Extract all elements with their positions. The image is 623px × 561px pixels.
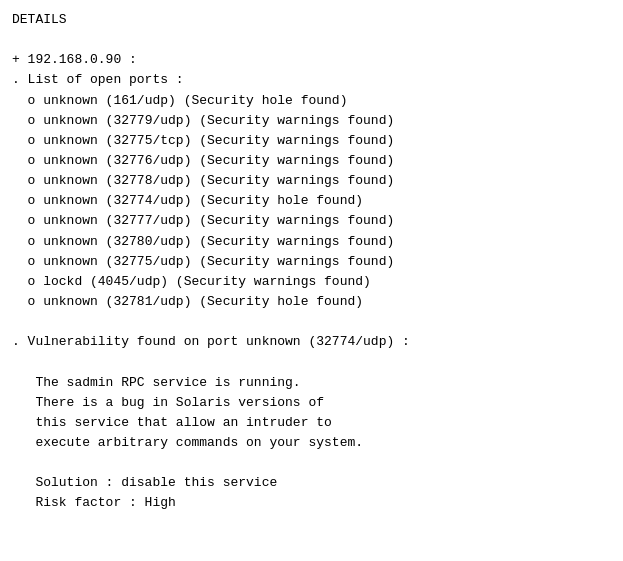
section-title: DETAILS — [12, 12, 67, 27]
details-content: DETAILS + 192.168.0.90 : . List of open … — [12, 10, 611, 514]
